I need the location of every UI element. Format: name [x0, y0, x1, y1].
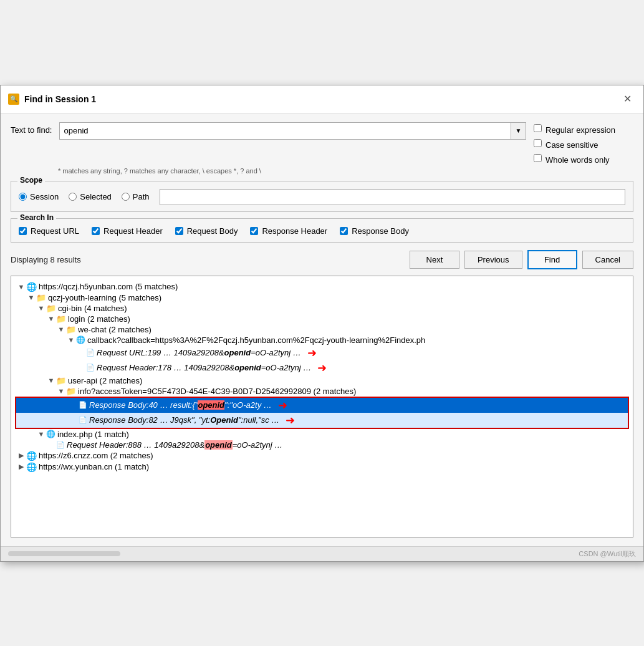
scope-group-label: Scope [17, 176, 45, 185]
list-item[interactable]: ▼ 📁 login (2 matches) [14, 314, 630, 324]
folder-icon: 📁 [46, 304, 56, 313]
expand-icon[interactable]: ▼ [46, 315, 56, 322]
search-in-group: Search In Request URL Request Header Req… [11, 218, 633, 243]
search-in-req-url: Request URL [19, 226, 79, 236]
list-item[interactable]: ▼ 📁 qczj-youth-learning (5 matches) [14, 292, 630, 303]
item-text: callback?callback=https%3A%2F%2Fqczj.h5y… [87, 335, 425, 345]
search-hint: * matches any string, ? matches any char… [58, 167, 633, 175]
folder-icon: 📁 [66, 325, 76, 334]
expand-icon[interactable]: ▶ [16, 451, 26, 460]
expand-icon[interactable]: ▶ [16, 463, 26, 471]
list-item[interactable]: ▶ 🌐 https://z6.cnzz.com (2 matches) [14, 450, 630, 461]
case-option: Case sensitive [534, 137, 633, 150]
item-text: Request URL:199 … 1409a29208&openid=oO-a… [97, 348, 301, 357]
arrow-icon: ➜ [278, 398, 287, 412]
scope-path-radio[interactable] [122, 193, 130, 201]
res-header-label: Response Header [262, 226, 327, 236]
leaf-icon [76, 349, 86, 357]
folder-icon: 📁 [56, 314, 66, 324]
list-item[interactable]: ▶ 🌐 https://wx.yunban.cn (1 match) [14, 461, 630, 473]
next-button[interactable]: Next [410, 251, 459, 269]
list-item[interactable]: 📄 Request Header:178 … 1409a29208&openid… [14, 360, 630, 375]
regex-checkbox[interactable] [534, 124, 542, 132]
list-item[interactable]: ▼ 📁 user-api (2 matches) [14, 375, 630, 386]
expand-icon[interactable]: ▼ [46, 377, 56, 384]
case-label: Case sensitive [545, 137, 598, 150]
arrow-icon: ➜ [286, 413, 295, 427]
expand-icon[interactable]: ▼ [56, 387, 66, 395]
find-options: Regular expression Case sensitive Whole … [534, 122, 633, 165]
expand-icon[interactable]: ▼ [36, 430, 46, 438]
item-text: we-chat (2 matches) [78, 325, 151, 334]
item-text: index.php (1 match) [57, 430, 129, 439]
list-item[interactable]: ▼ 📁 cgi-bin (4 matches) [14, 303, 630, 314]
list-item[interactable]: ▼ 📁 info?accessToken=9C5F473D-454E-4C39-… [14, 386, 630, 397]
search-in-res-header: Response Header [250, 226, 327, 236]
req-body-label: Request Body [187, 226, 238, 236]
close-button[interactable]: ✕ [618, 90, 636, 108]
globe-small-icon: 🌐 [46, 430, 55, 438]
req-header-checkbox[interactable] [92, 227, 100, 235]
list-item[interactable]: 📄 Response Body:82 … J9qsk", "yt:Openid"… [16, 413, 628, 428]
search-in-req-body: Request Body [175, 226, 238, 236]
list-item[interactable]: 📄 Response Body:40 … result:{"openid":"o… [16, 398, 628, 413]
case-checkbox[interactable] [534, 139, 542, 147]
scope-path: Path [122, 192, 150, 201]
path-input[interactable] [160, 189, 625, 205]
scope-selected-radio[interactable] [69, 193, 77, 201]
regex-option: Regular expression [534, 122, 633, 135]
leaf-icon [76, 364, 86, 372]
list-item[interactable]: ▼ 🌐 index.php (1 match) [14, 429, 630, 440]
folder-icon: 📁 [36, 293, 46, 302]
scope-session-radio[interactable] [19, 193, 27, 201]
file-icon: 📄 [86, 349, 95, 357]
item-text: Response Body:40 … result:{"openid":"oO-… [89, 400, 272, 410]
regex-label: Regular expression [545, 122, 615, 135]
list-item[interactable]: ▼ 📁 we-chat (2 matches) [14, 324, 630, 335]
item-text: cgi-bin (4 matches) [58, 304, 127, 313]
item-text: info?accessToken=9C5F473D-454E-4C39-B0D7… [78, 387, 356, 396]
search-in-req-header: Request Header [92, 226, 163, 236]
scope-row: Session Selected Path [19, 189, 625, 205]
results-panel[interactable]: ▼ 🌐 https://qczj.h5yunban.com (5 matches… [11, 276, 633, 538]
action-row: Displaying 8 results Next Previous Find … [11, 250, 633, 269]
find-input[interactable] [59, 122, 511, 140]
folder-icon: 📁 [66, 387, 76, 396]
expand-icon[interactable]: ▼ [16, 283, 26, 291]
expand-icon[interactable]: ▼ [26, 294, 36, 301]
find-dropdown-button[interactable]: ▼ [511, 122, 526, 140]
list-item[interactable]: ▼ 🌐 https://qczj.h5yunban.com (5 matches… [14, 281, 630, 292]
list-item[interactable]: ▼ 🌐 callback?callback=https%3A%2F%2Fqczj… [14, 335, 630, 345]
item-text: login (2 matches) [68, 314, 130, 324]
scope-session-label: Session [30, 192, 59, 201]
expand-icon[interactable]: ▼ [66, 336, 76, 344]
req-url-checkbox[interactable] [19, 227, 27, 235]
dialog-title: Find in Session 1 [24, 94, 96, 104]
item-text: Request Header:888 … 1409a29208&openid=o… [67, 440, 282, 450]
list-item[interactable]: 📄 Request Header:888 … 1409a29208&openid… [14, 440, 630, 450]
expand-icon[interactable]: ▼ [56, 325, 66, 333]
result-count: Displaying 8 results [11, 255, 405, 264]
file-icon: 📄 [86, 364, 95, 372]
search-in-res-body: Response Body [340, 226, 409, 236]
list-item[interactable]: 📄 Request URL:199 … 1409a29208&openid=oO… [14, 345, 630, 360]
find-input-wrap: ▼ [59, 122, 526, 140]
file-icon: 📄 [79, 401, 87, 409]
item-text: https://z6.cnzz.com (2 matches) [39, 451, 153, 460]
previous-button[interactable]: Previous [464, 251, 522, 269]
item-text: https://qczj.h5yunban.com (5 matches) [39, 282, 178, 291]
cancel-button[interactable]: Cancel [582, 251, 633, 269]
req-body-checkbox[interactable] [175, 227, 183, 235]
whole-words-checkbox[interactable] [534, 154, 542, 162]
res-body-checkbox[interactable] [340, 227, 348, 235]
find-button[interactable]: Find [527, 250, 577, 269]
scrollbar[interactable] [8, 551, 120, 556]
globe-icon: 🌐 [26, 451, 37, 461]
leaf-icon [69, 402, 79, 409]
res-header-checkbox[interactable] [250, 227, 258, 235]
expand-icon[interactable]: ▼ [36, 304, 46, 312]
item-text: Request Header:178 … 1409a29208&openid=o… [97, 363, 311, 372]
req-header-label: Request Header [103, 226, 163, 236]
find-dialog: 🔍 Find in Session 1 ✕ Text to find: ▼ Re… [0, 85, 644, 562]
scope-session: Session [19, 192, 59, 201]
